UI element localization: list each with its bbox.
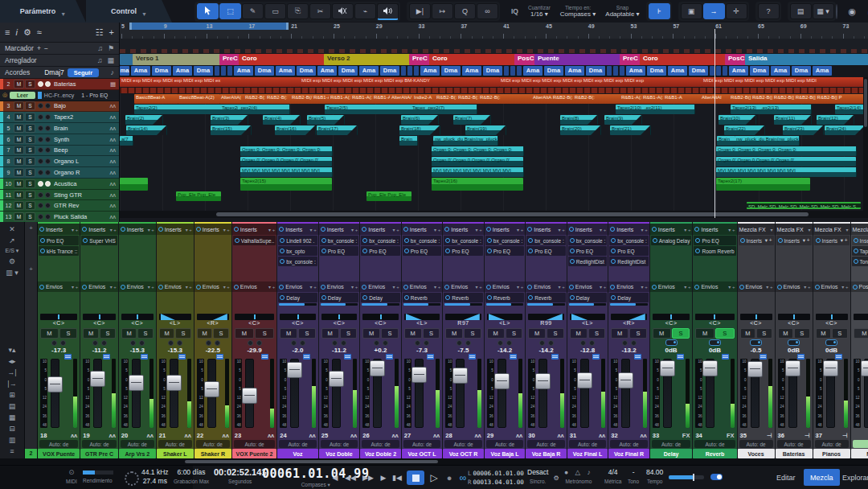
volume-readout[interactable]: -7.3 [402, 347, 443, 355]
channel-name-tag[interactable]: Voz Final L [567, 449, 608, 458]
volume-readout[interactable]: -15.3 [119, 347, 156, 355]
track-row[interactable]: 11MSSting GTRᴧᴧ [0, 190, 119, 201]
automation-mode[interactable]: Auto: de [121, 440, 154, 448]
channel-name-tag[interactable]: GTR Pre C [80, 449, 118, 458]
power-icon[interactable] [528, 295, 533, 300]
return-to-zero-button[interactable]: ▮◀ [391, 471, 403, 485]
track-mute-button[interactable]: M [14, 201, 24, 210]
power-icon[interactable] [739, 285, 744, 290]
record-arm-dot[interactable] [497, 340, 503, 346]
automation-mode[interactable]: Auto: de [39, 440, 78, 448]
pencil-tool-button[interactable]: ✎ [242, 3, 264, 19]
envios-header[interactable]: Envios▾ + [776, 281, 813, 292]
fader-track[interactable] [170, 359, 178, 428]
channel-name-tag[interactable]: VOX Puente [38, 449, 80, 458]
chord-block[interactable]: Ama [668, 66, 687, 76]
stop-button[interactable] [407, 471, 424, 485]
power-icon[interactable] [82, 285, 87, 290]
track-row[interactable]: 13MSPluck Salidaᴧᴧ [0, 212, 119, 223]
power-icon[interactable] [196, 285, 201, 290]
send-slot[interactable]: Delay [278, 293, 317, 302]
pan-readout[interactable]: <C> [119, 320, 156, 328]
pan-control[interactable] [362, 314, 399, 320]
monitor-dot[interactable] [506, 340, 512, 346]
mixer-channel[interactable]: Inserts▾ +bx_console :Pro EQEnvios▾ +Rev… [485, 222, 526, 458]
insert-slot[interactable]: bx_opto [278, 246, 317, 256]
envios-header[interactable]: Envios▾ + [157, 281, 194, 292]
monitor-dot[interactable] [139, 340, 145, 346]
envios-header[interactable]: Envios▾ + [443, 281, 484, 292]
inserts-header[interactable]: Inserts▾ + [776, 236, 812, 245]
meter-bridge-icon[interactable]: ▥ [9, 436, 16, 444]
fader-handle[interactable] [577, 372, 592, 388]
channel-name-tag[interactable]: Voz Final R [608, 449, 649, 458]
send-level-slider[interactable] [486, 303, 524, 306]
record-arm-dot[interactable] [38, 137, 43, 142]
mixer-channel[interactable]: Inserts▾ +Analog DelayEnvios▾ +<C>MS0dB1… [650, 222, 693, 458]
insert-slot[interactable]: kHs Trance :: [39, 246, 79, 256]
audio-clip[interactable]: MIDI exp MIDI exp MIDI exp MIDI exp MIDI… [702, 77, 868, 87]
send-level-slider[interactable] [610, 303, 648, 306]
power-icon[interactable] [280, 238, 285, 243]
inserts-header[interactable]: Inserts▾ + [608, 224, 649, 235]
tempo-readout[interactable]: 84.00Tempo [646, 468, 663, 486]
track-row[interactable]: 6MSSynthᴧᴧ [0, 134, 119, 146]
power-icon[interactable] [279, 227, 284, 232]
arranger-section[interactable]: Coro [239, 54, 326, 65]
inserts-header[interactable]: Inserts▾ + [693, 224, 736, 235]
audio-clip[interactable]: Brain(3) [211, 115, 248, 125]
envios-header[interactable]: Envios▾ + [80, 281, 118, 292]
envios-header[interactable]: Envios▾ + [693, 281, 736, 292]
pan-control[interactable] [445, 314, 481, 320]
pan-control[interactable] [159, 314, 191, 320]
audio-clip[interactable]: AlterAltA R&B2-B(: R&B2-B(: [531, 94, 622, 104]
pan-control[interactable] [816, 314, 848, 320]
fader-handle[interactable] [823, 360, 838, 376]
chord-block[interactable]: Dma [152, 66, 171, 76]
pan-readout[interactable]: <C> [650, 320, 693, 328]
monitor-dot[interactable] [631, 340, 637, 346]
monitor-dot[interactable] [45, 203, 51, 208]
monitor-dot[interactable] [45, 137, 51, 142]
mute-button[interactable]: M [159, 328, 175, 339]
pan-control[interactable] [321, 314, 358, 320]
scrollbar-thumb[interactable] [185, 460, 438, 463]
inserts-header[interactable]: Inserts▾ + [119, 224, 156, 235]
power-icon[interactable] [853, 285, 858, 290]
audio-clip[interactable]: Tapex2(10) [616, 105, 645, 114]
volume-readout[interactable]: -14.2 [526, 347, 567, 355]
monitor-dot[interactable] [45, 181, 51, 187]
automation-mode[interactable]: Auto: de [527, 440, 565, 448]
power-icon[interactable] [403, 227, 408, 232]
instruments-icon[interactable]: ▦ [9, 413, 16, 421]
fader-handle[interactable] [287, 362, 302, 378]
insert-slot[interactable]: bx_console : [361, 236, 400, 245]
send-level-slider[interactable] [279, 303, 317, 306]
fader-track[interactable] [332, 359, 341, 428]
pan-control[interactable] [854, 314, 868, 320]
mixer-channel[interactable]: Inserts▾ +ValhallaSupe..Envios▾ +<C>MS-2… [232, 222, 276, 458]
power-icon[interactable] [404, 295, 409, 300]
power-icon[interactable] [362, 227, 366, 232]
channel-name-tag[interactable]: Reverb [693, 449, 736, 458]
power-icon[interactable] [694, 227, 699, 232]
track-mute-button[interactable]: M [14, 191, 24, 199]
record-arm-dot[interactable] [38, 158, 43, 164]
insert-slot[interactable]: bx_console : [485, 236, 525, 245]
power-icon[interactable] [815, 285, 820, 290]
chord-block[interactable]: Ama [317, 66, 337, 76]
track-solo-button[interactable]: S [25, 80, 35, 88]
audio-clip[interactable]: Brain(18) [399, 125, 440, 135]
tiempo-dropdown[interactable]: Tiempo en: Compases ▾ [560, 5, 596, 18]
channel-name-tag[interactable]: Baterias [776, 449, 813, 458]
record-button[interactable]: ● [444, 471, 455, 485]
insert-slot[interactable]: bx_console : [609, 236, 649, 245]
add-insert-button[interactable]: + [29, 224, 33, 232]
fader-handle[interactable] [785, 360, 800, 376]
loop-range-readout[interactable]: L00006.01.01.00 R00013.04.01.00 [468, 469, 524, 487]
volume-readout[interactable]: -13.2 [608, 347, 649, 355]
pads-icon[interactable]: ⊟ [9, 425, 15, 433]
fader-track[interactable] [132, 359, 141, 428]
track-solo-button[interactable]: S [25, 146, 35, 154]
power-icon[interactable] [486, 227, 491, 232]
